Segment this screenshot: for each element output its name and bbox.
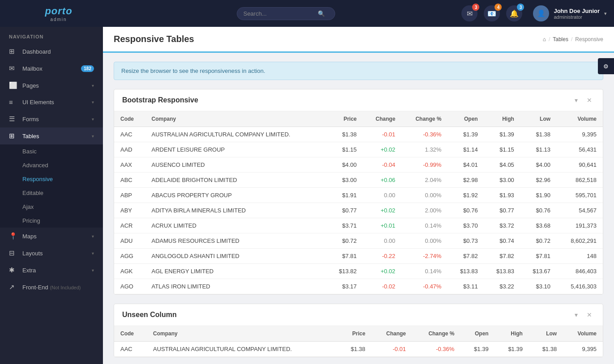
table-cell: $4.01 [448, 157, 484, 173]
sidebar-item-pages[interactable]: ⬜ Pages ▾ [0, 77, 103, 94]
sidebar-item-dashboard[interactable]: ⊞ Dashboard [0, 43, 103, 60]
table-cell: $0.77 [484, 203, 520, 218]
table-cell: $1.15 [327, 142, 363, 157]
table-header-row: Code Company Price Change Change % Open … [114, 111, 603, 127]
email-notification[interactable]: 📧 4 [484, 5, 500, 21]
col-change-pct: Change % [412, 326, 460, 342]
sidebar-item-advanced[interactable]: Advanced [0, 158, 103, 172]
table-cell: 9,395 [563, 342, 603, 357]
col-price: Price [327, 111, 363, 127]
card-title: Bootstrap Responsive [122, 96, 198, 104]
table-cell: $3.17 [327, 279, 363, 294]
table-cell: AAD [114, 142, 145, 157]
col-volume: Volume [563, 326, 603, 342]
col-change: Change [371, 326, 412, 342]
dashboard-icon: ⊞ [9, 47, 18, 55]
minimize-button[interactable]: ▾ [572, 96, 580, 105]
table-header-row: Code Company Price Change Change % Open … [114, 326, 603, 342]
chevron-right-icon: ▾ [92, 83, 94, 88]
sidebar-item-mailbox[interactable]: ✉ Mailbox 182 [0, 60, 103, 77]
message-notification[interactable]: ✉ 3 [461, 5, 478, 21]
table-cell: $1.13 [520, 142, 557, 157]
breadcrumb-separator: / [549, 36, 550, 42]
close-button[interactable]: ✕ [584, 310, 595, 319]
table-cell: $13.83 [484, 264, 520, 279]
sidebar: Navigation ⊞ Dashboard ✉ Mailbox 182 ⬜ P… [0, 27, 103, 364]
table-cell: AGK [114, 264, 145, 279]
sidebar-item-forms[interactable]: ☰ Forms ▾ [0, 110, 103, 127]
table-cell: $7.81 [327, 249, 363, 264]
table-cell: -0.36% [412, 342, 460, 357]
table-cell: -0.01 [371, 342, 412, 357]
col-low: Low [520, 111, 557, 127]
table-cell: ACR [114, 218, 145, 233]
sidebar-item-extra[interactable]: ✱ Extra ▾ [0, 262, 103, 279]
sidebar-item-ajax[interactable]: Ajax [0, 200, 103, 214]
table-cell: $1.38 [327, 127, 363, 142]
sidebar-item-label: Forms [22, 116, 92, 123]
maps-icon: 📍 [9, 232, 18, 240]
table-cell: $1.38 [520, 127, 557, 142]
breadcrumb-tables[interactable]: Tables [553, 36, 568, 42]
table-cell: $7.82 [484, 249, 520, 264]
sidebar-item-layouts[interactable]: ⊟ Layouts ▾ [0, 245, 103, 262]
col-code: Code [114, 326, 147, 342]
settings-button[interactable]: ⚙ [598, 58, 614, 74]
search-box[interactable]: 🔍 [237, 7, 335, 20]
user-menu[interactable]: 👤 John Doe Junior administrator ▾ [533, 5, 607, 21]
main-content: Responsive Tables ⌂ / Tables / Responsiv… [103, 27, 614, 364]
table-cell: ADITYA BIRLA MINERALS LIMITED [145, 203, 327, 218]
table-cell: $0.72 [327, 233, 363, 249]
page-title: Responsive Tables [114, 34, 194, 44]
sidebar-item-frontend[interactable]: ↗ Front-End (Not Included) [0, 279, 103, 296]
table-cell: $0.76 [448, 203, 484, 218]
user-role: administrator [554, 14, 600, 20]
sidebar-item-tables[interactable]: ⊞ Tables ▾ [0, 127, 103, 144]
frontend-icon: ↗ [9, 283, 18, 291]
sidebar-item-responsive[interactable]: Responsive [0, 172, 103, 186]
pages-icon: ⬜ [9, 81, 18, 89]
table-cell: $1.14 [448, 142, 484, 157]
close-button[interactable]: ✕ [584, 96, 595, 105]
nav-label: Navigation [0, 27, 103, 43]
bell-notification[interactable]: 🔔 3 [506, 5, 522, 21]
sidebar-item-label: Front-End (Not Included) [22, 284, 94, 291]
table-cell: ADELAIDE BRIGHTON LIMITED [145, 173, 327, 188]
table-cell: $3.22 [484, 279, 520, 294]
minimize-button[interactable]: ▾ [572, 310, 580, 319]
sidebar-item-maps[interactable]: 📍 Maps ▾ [0, 228, 103, 245]
sidebar-item-pricing[interactable]: Pricing [0, 214, 103, 228]
table-cell: 862,518 [557, 173, 603, 188]
search-input[interactable] [243, 10, 315, 17]
extra-icon: ✱ [9, 266, 18, 274]
table-cell: 148 [557, 249, 603, 264]
table-cell: $1.38 [337, 342, 371, 357]
forms-icon: ☰ [9, 115, 18, 123]
table-cell: $0.77 [327, 203, 363, 218]
sidebar-item-label: Mailbox [22, 65, 81, 72]
avatar: 👤 [533, 5, 549, 21]
bootstrap-responsive-table: Code Company Price Change Change % Open … [114, 111, 603, 294]
sidebar-item-basic[interactable]: Basic [0, 144, 103, 158]
table-row: AAXAUSENCO LIMITED$4.00-0.04-0.99%$4.01$… [114, 157, 603, 173]
table-cell: +0.02 [363, 142, 401, 157]
table-cell: -0.36% [401, 127, 448, 142]
table-cell: +0.01 [363, 218, 401, 233]
table-cell: $13.82 [327, 264, 363, 279]
table-row: AGGANGLOGOLD ASHANTI LIMITED$7.81-0.22-2… [114, 249, 603, 264]
table-cell: $0.72 [520, 233, 557, 249]
search-icon[interactable]: 🔍 [318, 10, 325, 17]
card-header: Bootstrap Responsive ▾ ✕ [114, 89, 603, 111]
table-cell: $7.82 [448, 249, 484, 264]
col-change-pct: Change % [401, 111, 448, 127]
table-cell: $1.38 [529, 342, 563, 357]
table-cell: $1.39 [495, 342, 529, 357]
layouts-icon: ⊟ [9, 249, 18, 257]
table-cell: ABP [114, 188, 145, 203]
table-cell: $3.00 [484, 173, 520, 188]
header-icons: ✉ 3 📧 4 🔔 3 👤 John Doe Junior administra… [461, 5, 607, 21]
sidebar-item-ui-elements[interactable]: ≡ UI Elements ▾ [0, 94, 103, 110]
home-icon[interactable]: ⌂ [543, 36, 546, 42]
sidebar-item-editable[interactable]: Editable [0, 186, 103, 200]
card-title: Unseen Column [122, 311, 177, 319]
